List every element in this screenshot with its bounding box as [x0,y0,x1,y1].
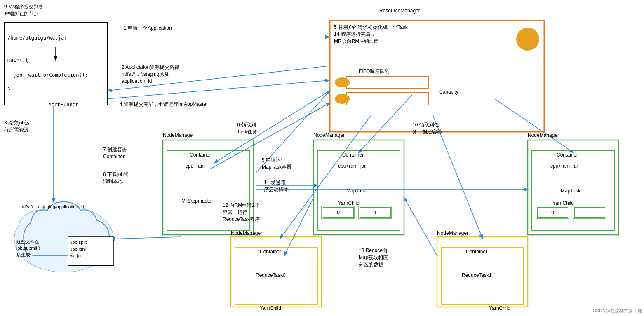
step2-label: 2 Application资源提交路径 hdfs://..../.staging… [122,64,179,84]
code-box-content: /home/atguigu/wc.jar main(){ job. waitFo… [7,27,88,108]
container5-label: Container [466,248,487,255]
svg-point-10 [335,77,350,87]
diagram-container: 0 Mr程序提交到客 户端所在的节点 /home/atguigu/wc.jar … [0,0,644,316]
maptask2-label: MapTask [561,187,581,194]
step12-label: 12 向RM申请2个 容器，运行 ReduceTask程序 [223,202,260,222]
container3-label: Container [557,152,578,159]
cpu-ram-jar1-label: cpu+ram+jar [338,163,366,170]
rm-label: ResourceManager [379,7,420,14]
step0-label: 0 Mr程序提交到客 户端所在的节点 [4,3,87,17]
step5-label: 5 将用户的请求初始化成一个Task 14 程序运行完后， MR会向RM注销自己 [334,24,511,44]
container4-label: Container [260,248,281,255]
hdfs-path-label: hdfs://..../.staging/application_id [21,204,84,210]
svg-line-37 [495,99,573,152]
container2-label: Container [342,152,364,159]
yn1-box0: 0 [323,207,354,218]
svg-rect-9 [346,93,429,105]
nm3-label: NodeManager [528,132,559,139]
svg-line-44 [404,198,437,255]
cpu-ram-jar2-label: cpu+ram+jar [550,163,578,170]
fifo-label: FIFO调度队列 [359,68,390,75]
nm2-label: NodeManager [313,132,345,139]
svg-line-34 [111,237,181,239]
yn2-box0: 0 [537,207,568,218]
container1-label: Container [190,152,211,159]
step6-label: 6 领取到 Task任务 [237,122,257,136]
step7-label: 7 创建容器 Container [103,146,127,160]
files-list-box: Job.splitJob.xmlwc.jar [68,237,113,266]
svg-rect-8 [346,76,429,89]
yn2-box1: 1 [574,207,605,218]
step3-label: 3 提交job运 行所需资源 [4,119,30,133]
yarnchild3-label: YarnChild [260,305,281,312]
yarnchild4-label: YarnChild [454,305,546,312]
svg-point-12 [516,28,539,51]
reducetask1-label: ReduceTask1 [462,272,492,279]
maptask1-label: MapTask [346,187,366,194]
yarnchild2-label: YarnChild [552,200,574,207]
diagram-svg [0,0,644,316]
files-label: 这些文件在 job.submit() 后生成 [16,239,40,258]
yn1-box1: 1 [360,207,391,218]
step11-label: 11 发送程 序启动脚本 [264,179,289,193]
step10-label: 10 领取到任 务，创建容器 [412,122,442,136]
nm4-label: NodeManager [231,230,262,237]
nm5-label: NodeManager [437,230,468,237]
svg-point-11 [335,94,350,104]
step9-label: 9 申请运行 MapTask容器 [262,157,291,171]
nm1-label: NodeManager [163,132,194,139]
svg-line-33 [214,91,330,163]
cpu-ram-label: cpu+ram [186,163,205,170]
mrappmaster-label: MRAppmaster [181,198,213,205]
yarnchild1-label: YarnChild [338,200,360,207]
reducetask0-label: ReduceTask0 [256,272,286,279]
step4-label: 4 资源提交完毕，申请运行mrAppMaster [120,101,208,108]
capacity-label: Capacity [439,89,458,96]
step8-label: 8 下载job资 源到本地 [103,171,129,185]
step13-label: 13 Reduce向 Map获取相应 分区的数据 [359,247,388,268]
step1-label: 1 申请一个Application [124,25,172,32]
watermark-label: CSDN@在森林中麋了鹿 [593,308,642,314]
